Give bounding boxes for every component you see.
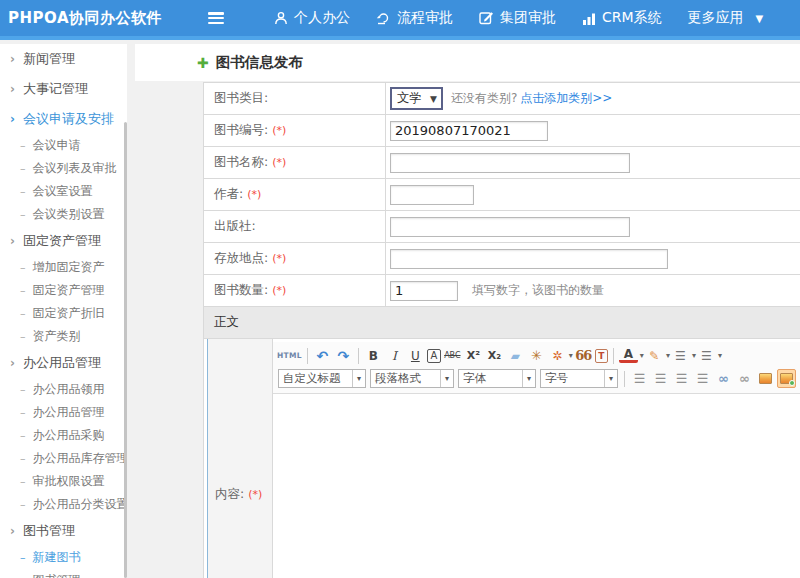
format-painter-icon[interactable]: ✲ (548, 346, 567, 365)
sidebar-item-meeting-room-setting[interactable]: – 会议室设置 (0, 180, 127, 203)
caret-down-icon: ▼ (430, 94, 437, 104)
sidebar-group-office-supplies[interactable]: › 办公用品管理 (0, 348, 127, 378)
dash-icon: – (20, 429, 26, 442)
rich-text-editor: HTML ↶ ↷ B I U A ABC X² X₂ ▰ (273, 339, 800, 578)
required-mark: (*) (272, 284, 286, 297)
sidebar-item-supplies-manage[interactable]: – 办公用品管理 (0, 401, 127, 424)
book-name-label: 图书名称: (214, 154, 268, 171)
sidebar-item-supplies-purchase[interactable]: – 办公用品采购 (0, 424, 127, 447)
insert-image-icon[interactable] (756, 369, 775, 388)
dash-icon: – (20, 551, 26, 564)
underline-icon[interactable]: U (406, 346, 425, 365)
blockquote-icon[interactable]: 66 (574, 346, 593, 365)
sidebar-item-asset-category[interactable]: – 资产类别 (0, 325, 127, 348)
paste-text-icon[interactable]: T (595, 349, 608, 363)
align-right-icon[interactable]: ☰ (672, 369, 691, 388)
sidebar-item-new-book[interactable]: – 新建图书 (0, 546, 127, 569)
redo-icon[interactable]: ↷ (334, 346, 353, 365)
sidebar-group-news[interactable]: › 新闻管理 (0, 44, 127, 74)
form-row-content: 内容: (*) HTML ↶ ↷ B I U (207, 339, 800, 578)
location-input[interactable] (390, 249, 668, 269)
sidebar-item-book-manage[interactable]: – 图书管理 (0, 569, 127, 578)
custom-title-select[interactable]: 自定义标题 ▾ (278, 369, 366, 388)
caret-down-icon[interactable]: ▾ (569, 351, 573, 360)
paragraph-format-select[interactable]: 段落格式 ▾ (370, 369, 454, 388)
unordered-list-icon[interactable]: ☰ (697, 346, 716, 365)
category-select[interactable]: 文学 ▼ (390, 87, 443, 110)
publisher-label: 出版社: (214, 218, 256, 235)
sidebar-item-supplies-inventory[interactable]: – 办公用品库存管理 (0, 447, 127, 470)
align-left-icon[interactable]: ☰ (630, 369, 649, 388)
author-input[interactable] (390, 185, 474, 205)
add-category-link[interactable]: 点击添加类别>> (520, 90, 612, 107)
bar-chart-icon (582, 12, 596, 25)
font-family-select[interactable]: 字体 ▾ (458, 369, 536, 388)
chevron-right-icon: › (10, 356, 15, 370)
book-no-input[interactable] (390, 121, 548, 141)
sidebar-group-meeting[interactable]: › 会议申请及安排 (0, 104, 127, 134)
nav-flow-approval[interactable]: 流程审批 (376, 9, 453, 27)
book-name-input[interactable] (390, 153, 630, 173)
nav-group-approval[interactable]: 集团审批 (479, 9, 556, 27)
sidebar-item-fixed-asset-manage[interactable]: – 固定资产管理 (0, 279, 127, 302)
sidebar-item-meeting-apply[interactable]: – 会议申请 (0, 134, 127, 157)
upload-image-icon[interactable] (777, 369, 796, 388)
ordered-list-icon[interactable]: ☰ (671, 346, 690, 365)
html-source-button[interactable]: HTML (277, 346, 302, 365)
sidebar-item-supplies-classification[interactable]: – 办公用品分类设置 (0, 493, 127, 516)
caret-down-icon[interactable]: ▾ (718, 351, 722, 360)
sidebar-item-approval-permission[interactable]: – 审批权限设置 (0, 470, 127, 493)
nav-crm-system[interactable]: CRM系统 (582, 9, 662, 27)
font-size-select[interactable]: 字号 ▾ (540, 369, 618, 388)
clear-format-icon[interactable]: ✳ (527, 346, 546, 365)
undo-icon[interactable]: ↶ (313, 346, 332, 365)
toolbar-separator (307, 348, 308, 364)
eraser-icon[interactable]: ▰ (506, 346, 525, 365)
subscript-icon[interactable]: X₂ (485, 346, 504, 365)
dash-icon: – (20, 139, 26, 152)
link-icon[interactable]: ∞ (714, 369, 733, 388)
nav-personal-office[interactable]: 个人办公 (274, 9, 350, 27)
flow-approval-icon (376, 11, 391, 25)
caret-down-icon: ▾ (522, 370, 535, 387)
bold-icon[interactable]: B (364, 346, 383, 365)
caret-down-icon[interactable]: ▾ (640, 351, 644, 360)
caret-down-icon[interactable]: ▼ (756, 13, 764, 24)
align-justify-icon[interactable]: ☰ (693, 369, 712, 388)
content-label: 内容: (215, 486, 244, 503)
strikethrough-icon[interactable]: ABC (443, 346, 462, 365)
quantity-input[interactable] (390, 281, 458, 301)
superscript-icon[interactable]: X² (464, 346, 483, 365)
chevron-right-icon: › (10, 82, 15, 96)
sidebar-group-memorabilia[interactable]: › 大事记管理 (0, 74, 127, 104)
dash-icon: – (20, 475, 26, 488)
sidebar-item-supplies-claim[interactable]: – 办公用品领用 (0, 378, 127, 401)
unlink-icon[interactable]: ∞ (735, 369, 754, 388)
sidebar-item-fixed-asset-depreciation[interactable]: – 固定资产折旧 (0, 302, 127, 325)
editor-content-area[interactable] (273, 394, 800, 578)
dash-icon: – (20, 185, 26, 198)
nav-more-apps[interactable]: 更多应用 (688, 9, 744, 27)
char-border-icon[interactable]: A (427, 349, 441, 363)
menu-icon[interactable] (208, 12, 224, 24)
caret-down-icon: ▾ (440, 370, 453, 387)
quantity-hint: 填写数字，该图书的数量 (472, 282, 604, 299)
italic-icon[interactable]: I (385, 346, 404, 365)
dash-icon: – (20, 307, 26, 320)
caret-down-icon[interactable]: ▾ (692, 351, 696, 360)
sidebar-item-meeting-list-approval[interactable]: – 会议列表及审批 (0, 157, 127, 180)
highlight-color-icon[interactable]: ✎ (645, 346, 664, 365)
quantity-label: 图书数量: (214, 282, 268, 299)
dash-icon: – (20, 330, 26, 343)
sidebar-group-books[interactable]: › 图书管理 (0, 516, 127, 546)
main-content: ✚ 图书信息发布 图书类目: 文学 ▼ 还没有类别? 点击添加类别>> (127, 44, 800, 578)
caret-down-icon[interactable]: ▾ (666, 351, 670, 360)
sidebar-item-add-fixed-asset[interactable]: – 增加固定资产 (0, 256, 127, 279)
section-header-body: 正文 (204, 307, 800, 339)
required-mark: (*) (272, 124, 286, 137)
sidebar-item-meeting-category-setting[interactable]: – 会议类别设置 (0, 203, 127, 226)
font-color-icon[interactable]: A (619, 348, 638, 363)
sidebar-group-fixed-assets[interactable]: › 固定资产管理 (0, 226, 127, 256)
publisher-input[interactable] (390, 217, 630, 237)
align-center-icon[interactable]: ☰ (651, 369, 670, 388)
